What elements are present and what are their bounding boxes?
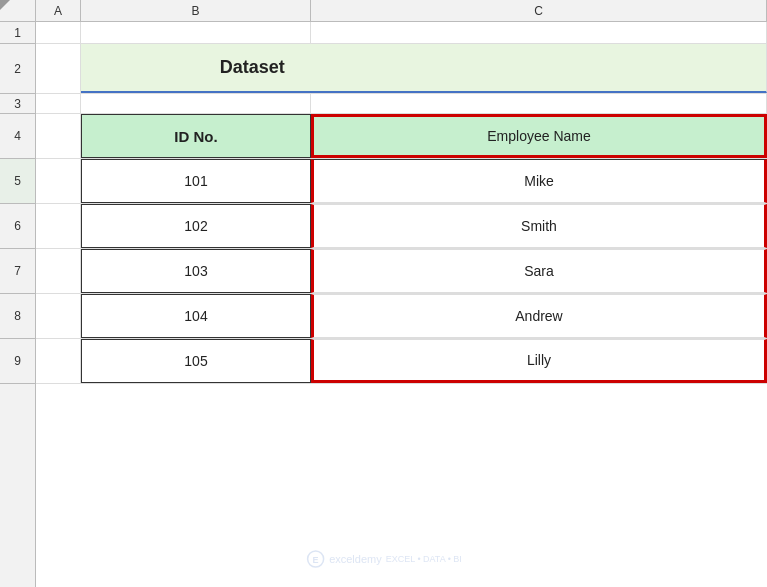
id-value-2: 102: [184, 218, 207, 234]
cell-a4[interactable]: [36, 114, 81, 158]
cell-b8[interactable]: 104: [81, 294, 311, 338]
col-header-c[interactable]: C: [311, 0, 767, 21]
name-value-3: Sara: [524, 263, 554, 279]
row-num-4[interactable]: 4: [0, 114, 35, 159]
spreadsheet: A B C 1 2 3 4 5 6 7 8 9: [0, 0, 767, 587]
cell-a3[interactable]: [36, 94, 81, 113]
cell-b4-id-header[interactable]: ID No.: [81, 114, 311, 158]
id-value-3: 103: [184, 263, 207, 279]
col-header-a[interactable]: A: [36, 0, 81, 21]
cell-c5[interactable]: Mike: [311, 159, 767, 203]
cell-b7[interactable]: 103: [81, 249, 311, 293]
cell-c2[interactable]: [424, 44, 768, 93]
name-value-5: Lilly: [527, 352, 551, 368]
cell-b3[interactable]: [81, 94, 311, 113]
row-num-3[interactable]: 3: [0, 94, 35, 114]
table-row-3: 103 Sara: [36, 249, 767, 294]
row-num-9[interactable]: 9: [0, 339, 35, 384]
cell-c6[interactable]: Smith: [311, 204, 767, 248]
row-num-2[interactable]: 2: [0, 44, 35, 94]
cell-c3[interactable]: [311, 94, 767, 113]
cell-b1[interactable]: [81, 22, 311, 43]
grid-row-4: ID No. Employee Name: [36, 114, 767, 159]
cell-a5[interactable]: [36, 159, 81, 203]
column-headers-row: A B C: [0, 0, 767, 22]
corner-triangle-icon: [0, 0, 10, 10]
dataset-title: Dataset: [220, 57, 285, 78]
cell-b2[interactable]: Dataset: [81, 44, 424, 93]
cell-c9[interactable]: Lilly: [311, 339, 767, 383]
cell-c4-name-header[interactable]: Employee Name: [311, 114, 767, 158]
row-numbers-col: 1 2 3 4 5 6 7 8 9: [0, 22, 36, 587]
cell-b5[interactable]: 101: [81, 159, 311, 203]
cell-a6[interactable]: [36, 204, 81, 248]
cell-a8[interactable]: [36, 294, 81, 338]
cell-a9[interactable]: [36, 339, 81, 383]
cell-b9[interactable]: 105: [81, 339, 311, 383]
grid-row-1: [36, 22, 767, 44]
id-col-header-label: ID No.: [174, 128, 217, 145]
cell-b6[interactable]: 102: [81, 204, 311, 248]
row-num-1[interactable]: 1: [0, 22, 35, 44]
cell-a7[interactable]: [36, 249, 81, 293]
table-row-4: 104 Andrew: [36, 294, 767, 339]
data-area: Dataset ID No. Employee Name: [36, 22, 767, 587]
cell-a1[interactable]: [36, 22, 81, 43]
name-value-2: Smith: [521, 218, 557, 234]
cell-c1[interactable]: [311, 22, 767, 43]
row-num-6[interactable]: 6: [0, 204, 35, 249]
table-row-1: 101 Mike: [36, 159, 767, 204]
col-header-b[interactable]: B: [81, 0, 311, 21]
row-num-5[interactable]: 5: [0, 159, 35, 204]
cell-c7[interactable]: Sara: [311, 249, 767, 293]
row-num-8[interactable]: 8: [0, 294, 35, 339]
id-value-1: 101: [184, 173, 207, 189]
grid-body: 1 2 3 4 5 6 7 8 9 Dataset: [0, 22, 767, 587]
table-row-2: 102 Smith: [36, 204, 767, 249]
grid-row-2: Dataset: [36, 44, 767, 94]
grid-row-3: [36, 94, 767, 114]
name-col-header-label: Employee Name: [487, 128, 591, 144]
name-value-1: Mike: [524, 173, 554, 189]
cell-a2[interactable]: [36, 44, 81, 93]
cell-c8[interactable]: Andrew: [311, 294, 767, 338]
corner-cell[interactable]: [0, 0, 36, 22]
row-num-7[interactable]: 7: [0, 249, 35, 294]
id-value-5: 105: [184, 353, 207, 369]
table-row-5: 105 Lilly: [36, 339, 767, 384]
name-value-4: Andrew: [515, 308, 562, 324]
id-value-4: 104: [184, 308, 207, 324]
